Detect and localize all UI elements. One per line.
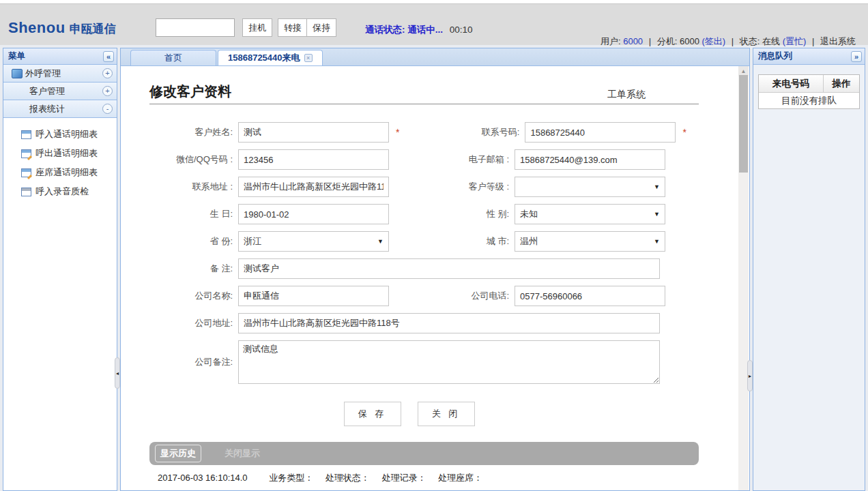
history-agent-label: 处理座席： — [438, 473, 482, 483]
select-value: 浙江 — [244, 235, 377, 248]
sidebar-submenu: 呼入通话明细表 呼出通话明细表 座席通话明细表 呼入录音质检 — [3, 118, 117, 201]
chevron-down-icon: ▼ — [654, 211, 660, 218]
main-body: 修改客户资料 工单系统 客户姓名: * 联系号码: * 微信/QQ号码 : — [121, 66, 749, 490]
sidebar-group-outbound[interactable]: 外呼管理 + — [3, 65, 117, 83]
history-type-label: 业务类型： — [269, 473, 313, 483]
tab-label: 15868725440来电 — [228, 52, 300, 64]
logo-en: Shenou — [8, 19, 66, 36]
history-status-label: 处理状态： — [326, 473, 370, 483]
queue-header: 消息队列 » — [753, 48, 865, 65]
field-label: 公司备注: — [149, 356, 238, 368]
field-label: 电子邮箱 : — [389, 153, 515, 166]
field-label: 客户等级 : — [389, 181, 515, 193]
sidebar-panel: 菜单 « 外呼管理 + 客户管理 + 报表统计 - 呼入通话明细表 — [3, 48, 117, 491]
field-label: 联系地址 : — [149, 181, 238, 193]
logo-cn: 申瓯通信 — [70, 23, 116, 35]
right-splitter-handle[interactable]: ▸ — [747, 360, 753, 391]
field-label: 城 市: — [389, 235, 515, 248]
field-label: 性 别: — [389, 208, 515, 220]
province-select[interactable]: 浙江 ▼ — [238, 231, 389, 252]
form-header: 修改客户资料 工单系统 — [149, 83, 699, 104]
scrollbar-thumb[interactable] — [739, 75, 748, 173]
tab-bar: 首页 15868725440来电 × — [121, 48, 749, 66]
contact-address-input[interactable] — [238, 177, 389, 197]
save-button[interactable]: 保 存 — [344, 402, 401, 426]
sidebar-header: 菜单 « — [3, 48, 117, 65]
work-order-link[interactable]: 工单系统 — [607, 89, 646, 101]
contact-number-input[interactable] — [525, 122, 676, 143]
app-logo: Shenou申瓯通信 — [8, 19, 116, 37]
chevron-down-icon: ▼ — [654, 238, 660, 245]
birthday-input[interactable] — [238, 204, 389, 224]
tab-label: 首页 — [164, 52, 182, 64]
sidebar-item-recording-qc[interactable]: 呼入录音质检 — [3, 182, 117, 201]
hold-button[interactable]: 保持 — [306, 18, 336, 37]
audio-doc-icon — [21, 188, 31, 196]
company-remark-textarea[interactable]: 测试信息 — [238, 340, 660, 384]
history-row: 2017-06-03 16:10:14.0 业务类型： 处理状态： 处理记录： … — [158, 472, 738, 484]
hangup-button[interactable]: 挂机 — [242, 18, 272, 37]
left-splitter-handle[interactable]: ◂ — [115, 357, 120, 389]
column-action: 操作 — [824, 75, 859, 92]
sidebar-group-reports[interactable]: 报表统计 - — [3, 100, 117, 118]
sidebar-collapse-button[interactable]: « — [103, 51, 114, 62]
column-caller-number: 来电号码 — [759, 75, 824, 92]
collapse-icon[interactable]: - — [102, 104, 113, 114]
required-mark: * — [682, 127, 686, 138]
show-history-button[interactable]: 显示历史 — [155, 445, 201, 462]
hide-history-button[interactable]: 关闭显示 — [225, 447, 260, 460]
workspace: 菜单 « 外呼管理 + 客户管理 + 报表统计 - 呼入通话明细表 — [0, 45, 868, 491]
customer-form: 客户姓名: * 联系号码: * 微信/QQ号码 : 电子邮箱 : — [149, 122, 738, 384]
close-button[interactable]: 关 闭 — [418, 402, 475, 426]
transfer-button[interactable]: 转接 — [278, 18, 308, 37]
group-label: 报表统计 — [29, 103, 65, 115]
company-address-input[interactable] — [238, 313, 660, 333]
splitter-left-icon: ◂ — [116, 370, 119, 376]
tab-close-icon[interactable]: × — [304, 54, 313, 62]
tab-incoming-call[interactable]: 15868725440来电 × — [218, 50, 323, 65]
call-status-text: 通话状态: 通话中... — [365, 25, 443, 35]
history-record-label: 处理记录： — [381, 473, 426, 483]
sidebar-group-customers[interactable]: 客户管理 + — [3, 83, 117, 100]
field-label: 生 日: — [149, 208, 238, 220]
sidebar-item-outbound-detail[interactable]: 呼出通话明细表 — [3, 144, 117, 163]
call-status: 通话状态: 通话中... 00:10 — [365, 24, 473, 36]
email-input[interactable] — [515, 149, 665, 170]
history-toolbar: 显示历史 关闭显示 — [149, 442, 699, 465]
table-icon — [21, 130, 31, 139]
field-label: 微信/QQ号码 : — [149, 153, 238, 166]
chevron-down-icon: ▼ — [654, 183, 660, 190]
sidebar-title: 菜单 — [8, 50, 25, 62]
expand-icon[interactable]: + — [102, 68, 113, 78]
history-timestamp: 2017-06-03 16:10:14.0 — [158, 473, 248, 483]
outbound-call-icon — [12, 69, 23, 78]
dial-number-input[interactable] — [156, 18, 235, 37]
remark-input[interactable] — [238, 258, 660, 279]
field-label: 联系号码: — [399, 126, 525, 138]
field-label: 公司电话: — [389, 290, 515, 302]
tab-home[interactable]: 首页 — [130, 50, 216, 65]
gender-select[interactable]: 未知 ▼ — [515, 204, 665, 224]
form-buttons: 保 存 关 闭 — [121, 402, 738, 426]
customer-level-select[interactable]: ▼ — [515, 177, 665, 197]
group-label: 外呼管理 — [25, 68, 61, 80]
vertical-scrollbar[interactable]: ▲ — [738, 66, 749, 490]
company-name-input[interactable] — [238, 286, 389, 306]
queue-collapse-button[interactable]: » — [851, 51, 862, 62]
customer-name-input[interactable] — [238, 122, 389, 143]
item-label: 呼出通话明细表 — [35, 147, 98, 160]
message-queue-panel: 消息队列 » 来电号码 操作 目前没有排队 — [753, 48, 865, 491]
edit-table-icon — [21, 168, 31, 177]
expand-icon[interactable]: + — [102, 86, 113, 96]
splitter-right-icon: ▸ — [749, 373, 751, 379]
queue-table: 来电号码 操作 目前没有排队 — [758, 74, 860, 109]
city-select[interactable]: 温州 ▼ — [515, 231, 665, 252]
queue-table-header: 来电号码 操作 — [759, 75, 859, 93]
sidebar-item-agent-detail[interactable]: 座席通话明细表 — [3, 163, 117, 182]
form-content: 修改客户资料 工单系统 客户姓名: * 联系号码: * 微信/QQ号码 : — [121, 66, 738, 484]
queue-title: 消息队列 — [758, 50, 792, 62]
sidebar-item-inbound-detail[interactable]: 呼入通话明细表 — [3, 125, 117, 144]
group-label: 客户管理 — [29, 85, 65, 98]
wechat-qq-input[interactable] — [238, 149, 389, 170]
company-phone-input[interactable] — [515, 286, 665, 306]
